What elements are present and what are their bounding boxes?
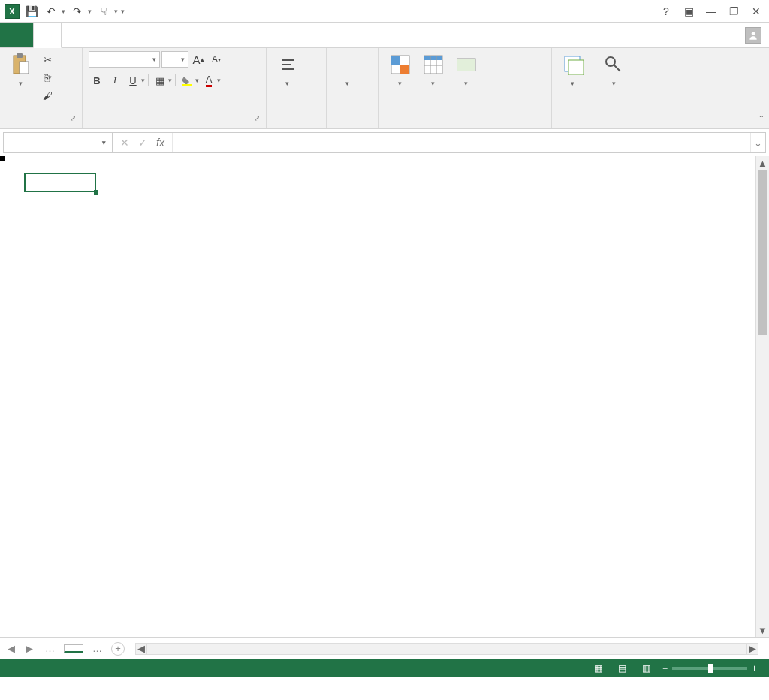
increase-font-icon[interactable]: A▴ <box>190 51 207 68</box>
svg-rect-10 <box>400 65 409 74</box>
alignment-icon <box>276 53 300 77</box>
tab-more-icon[interactable]: … <box>41 643 59 654</box>
page-layout-view-icon[interactable]: ▤ <box>614 662 631 675</box>
insert-function-icon[interactable]: fx <box>153 137 167 149</box>
copy-icon[interactable]: ⎘▾ <box>39 69 56 86</box>
svg-rect-17 <box>457 59 475 71</box>
cell-styles-button[interactable]: ▾ <box>451 51 481 89</box>
svg-rect-3 <box>20 62 29 74</box>
customize-qat-icon[interactable]: ▾ <box>121 8 125 15</box>
tab-file[interactable] <box>0 23 33 47</box>
alignment-button[interactable]: ▾ <box>273 51 303 89</box>
sheet-tab-sheet1[interactable] <box>64 644 83 653</box>
italic-button[interactable]: I <box>107 72 123 89</box>
clipboard-launcher-icon[interactable]: ⤢ <box>70 111 76 126</box>
editing-icon <box>602 53 626 77</box>
name-box[interactable]: ▾ <box>4 133 113 152</box>
excel-icon: X <box>5 4 20 19</box>
tab-scroll-right-icon[interactable]: ▶ <box>23 643 36 654</box>
horizontal-scrollbar[interactable]: ◀ ▶ <box>135 643 758 655</box>
svg-line-21 <box>614 65 620 71</box>
scroll-thumb[interactable] <box>758 170 767 335</box>
underline-button[interactable]: U <box>125 72 141 89</box>
expand-formula-bar-icon[interactable]: ⌄ <box>750 133 765 152</box>
sign-in-button[interactable] <box>734 23 769 47</box>
title-bar: X 💾 ↶▾ ↷▾ ☟▾ ▾ ? ▣ — ❐ ✕ <box>0 0 769 23</box>
cancel-formula-icon[interactable]: ✕ <box>117 137 132 149</box>
svg-rect-12 <box>424 56 442 60</box>
tab-formulas[interactable] <box>116 23 143 47</box>
status-bar: ▦ ▤ ▥ −+ <box>0 659 769 677</box>
font-name-combo[interactable]: ▾ <box>89 51 160 68</box>
save-icon[interactable]: 💾 <box>24 4 39 19</box>
undo-icon[interactable]: ↶ <box>44 4 59 19</box>
close-icon[interactable]: ✕ <box>748 3 764 20</box>
normal-view-icon[interactable]: ▦ <box>590 662 607 675</box>
page-break-view-icon[interactable]: ▥ <box>638 662 655 675</box>
tab-home[interactable] <box>33 23 62 48</box>
font-color-icon[interactable]: A <box>201 72 217 89</box>
formula-bar: ▾ ✕ ✓ fx ⌄ <box>3 132 766 153</box>
problem-text <box>117 213 748 219</box>
number-button[interactable]: ▾ <box>333 51 363 89</box>
touch-mode-icon[interactable]: ☟ <box>96 4 111 19</box>
input-data-box <box>0 156 5 161</box>
cut-icon[interactable]: ✂ <box>39 51 56 68</box>
format-as-table-button[interactable]: ▾ <box>418 51 448 89</box>
hscroll-left-icon[interactable]: ◀ <box>135 643 147 655</box>
scroll-down-icon[interactable]: ▼ <box>756 623 769 637</box>
tab-review[interactable] <box>170 23 197 47</box>
fill-color-icon[interactable] <box>179 72 195 89</box>
borders-icon[interactable]: ▦ <box>152 72 168 89</box>
tab-page-layout[interactable] <box>89 23 116 47</box>
editing-button[interactable]: ▾ <box>599 51 629 89</box>
percent-icon <box>336 53 360 77</box>
conditional-formatting-icon <box>388 53 412 77</box>
zoom-control[interactable]: −+ <box>662 663 761 674</box>
conditional-formatting-button[interactable]: ▾ <box>385 51 415 89</box>
font-size-combo[interactable]: ▾ <box>161 51 188 68</box>
sheet-tab-bar: ◀ ▶ … … + ◀ ▶ <box>0 637 769 659</box>
font-launcher-icon[interactable]: ⤢ <box>254 111 260 126</box>
tab-insert[interactable] <box>62 23 89 47</box>
tab-view[interactable] <box>197 23 224 47</box>
svg-point-0 <box>752 32 755 35</box>
format-painter-icon[interactable]: 🖌 <box>39 87 56 104</box>
decrease-font-icon[interactable]: A▾ <box>208 51 225 68</box>
new-sheet-button[interactable]: + <box>111 642 125 656</box>
cells-icon <box>561 53 585 77</box>
ribbon-display-icon[interactable]: ▣ <box>680 3 697 20</box>
active-cell-outline <box>24 173 96 192</box>
maximize-icon[interactable]: ❐ <box>725 3 742 20</box>
svg-rect-2 <box>17 53 23 58</box>
hscroll-right-icon[interactable]: ▶ <box>746 643 758 655</box>
fill-handle[interactable] <box>94 190 98 195</box>
ribbon-tab-bar <box>0 23 769 48</box>
ribbon: ▾ ✂ ⎘▾ 🖌 ⤢ ▾ ▾ A▴ A▾ B I U▾ ▦▾ <box>0 48 769 129</box>
paste-button[interactable]: ▾ <box>6 51 36 89</box>
spreadsheet-grid[interactable] <box>0 156 755 637</box>
svg-rect-4 <box>182 84 192 86</box>
format-table-icon <box>421 53 445 77</box>
svg-rect-9 <box>391 56 400 65</box>
vertical-scrollbar[interactable]: ▲ ▼ <box>755 156 769 637</box>
tab-scroll-left-icon[interactable]: ◀ <box>5 643 18 654</box>
svg-rect-19 <box>568 60 584 75</box>
help-icon[interactable]: ? <box>658 3 674 20</box>
paste-icon <box>9 53 33 77</box>
redo-icon[interactable]: ↷ <box>70 4 85 19</box>
avatar-icon <box>745 27 761 44</box>
cells-button[interactable]: ▾ <box>558 51 588 89</box>
bold-button[interactable]: B <box>89 72 105 89</box>
collapse-ribbon-icon[interactable]: ˆ <box>754 111 769 128</box>
cell-styles-icon <box>454 53 478 77</box>
enter-formula-icon[interactable]: ✓ <box>135 137 150 149</box>
instruction-text <box>117 156 748 162</box>
minimize-icon[interactable]: — <box>703 3 719 20</box>
formula-input[interactable] <box>173 133 750 152</box>
scroll-up-icon[interactable]: ▲ <box>756 156 769 170</box>
tab-data[interactable] <box>143 23 170 47</box>
